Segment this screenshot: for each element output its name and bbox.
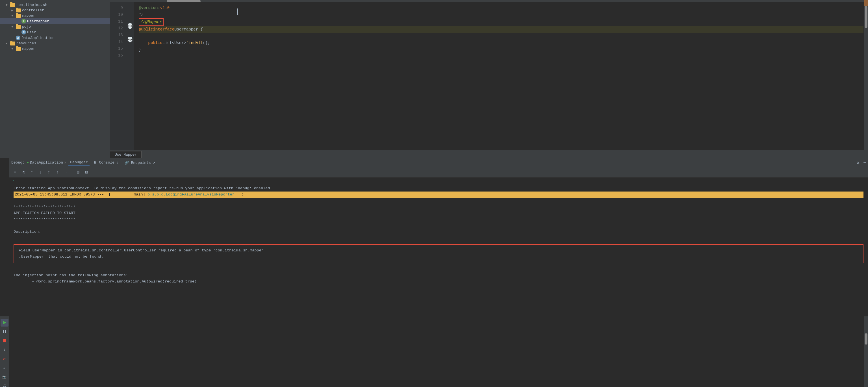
folder-icon bbox=[10, 3, 15, 7]
debug-stop-icon[interactable] bbox=[1, 337, 8, 345]
debug-main: Debug: ● DataApplication ✕ Debugger 🖥 Co… bbox=[9, 158, 868, 387]
console-line-stars2: *************************** bbox=[13, 216, 864, 223]
tree-item-user-mapper[interactable]: I UserMapper bbox=[0, 19, 110, 24]
java-file-icon: C bbox=[22, 30, 26, 34]
tree-label: mapper bbox=[22, 13, 35, 18]
code-line-10: */ bbox=[139, 11, 864, 18]
console-line-failed: APPLICATION FAILED TO START bbox=[13, 210, 864, 216]
tree-arrow: ▶ bbox=[11, 8, 16, 12]
error-message-text: Field userMapper in com.itheima.sh.contr… bbox=[19, 248, 858, 254]
java-file-icon: I bbox=[22, 19, 26, 24]
editor-scrollbar[interactable] bbox=[864, 0, 868, 158]
toolbar-btn-updown[interactable]: ↕ bbox=[45, 169, 53, 176]
console-line-blank2 bbox=[13, 223, 864, 229]
code-line-15: } bbox=[139, 46, 864, 53]
close-session-icon[interactable]: ✕ bbox=[64, 160, 66, 165]
debug-restart-icon[interactable]: ↺ bbox=[1, 355, 8, 363]
console-line-stars1: *************************** bbox=[13, 204, 864, 210]
toolbar-btn-up2[interactable]: ↑ bbox=[54, 169, 61, 176]
tree-arrow: ▼ bbox=[6, 3, 10, 7]
tree-label: mapper bbox=[22, 46, 35, 51]
toolbar-btn-down[interactable]: ↓ bbox=[37, 169, 44, 176]
tree-item-controller[interactable]: ▶ controller bbox=[0, 8, 110, 13]
code-lines: @version: v1.0 */ //@Mapper public bbox=[134, 2, 868, 150]
tree-item-user[interactable]: C User bbox=[0, 29, 110, 35]
console-line-injection: The injection point has the following an… bbox=[13, 272, 864, 279]
folder-icon bbox=[16, 47, 21, 51]
debug-session: ● DataApplication ✕ bbox=[27, 160, 66, 165]
debug-sidebar: ↓ ↺ ✏ 📷 🖨 ⊞ ⚙ 📌 bbox=[0, 316, 9, 387]
code-editor: 9 10 11 12 13 14 15 16 💀 bbox=[110, 0, 868, 158]
tree-item-com-itheima-sh[interactable]: ▼ com.itheima.sh bbox=[0, 2, 110, 8]
console-line-error: 2021-05-03 13:45:08.611 ERROR 39573 --- … bbox=[13, 192, 864, 198]
code-line-14: public List<User> findAll (); bbox=[139, 39, 864, 46]
folder-icon bbox=[16, 25, 21, 29]
debug-panel: ↓ ↺ ✏ 📷 🖨 ⊞ ⚙ 📌 Debug: ● DataApplication… bbox=[0, 158, 868, 387]
tree-item-mapper2[interactable]: ▼ mapper bbox=[0, 46, 110, 52]
tree-arrow: ▼ bbox=[11, 47, 16, 51]
folder-icon bbox=[16, 8, 21, 12]
error-message-box: Field userMapper in com.itheima.sh.contr… bbox=[13, 244, 864, 263]
tree-item-mapper[interactable]: ▼ mapper bbox=[0, 13, 110, 19]
code-line-16 bbox=[139, 53, 864, 60]
tab-debugger[interactable]: Debugger bbox=[68, 159, 89, 166]
tree-label: DataApplication bbox=[22, 36, 55, 40]
debug-run-icon[interactable] bbox=[1, 319, 8, 327]
tab-console[interactable]: 🖥 Console ↓ bbox=[92, 159, 121, 166]
console-line-autowired: - @org.springframework.beans.factory.ann… bbox=[13, 279, 864, 285]
cursor bbox=[237, 8, 238, 15]
debug-scrollbar[interactable] bbox=[864, 316, 868, 387]
horizontal-scrollbar[interactable] bbox=[110, 0, 868, 2]
debug-session-label: DataApplication bbox=[30, 160, 63, 165]
debug-pause-icon[interactable] bbox=[1, 328, 8, 335]
svg-rect-2 bbox=[5, 330, 6, 333]
toolbar-btn-up[interactable]: ↑ bbox=[28, 169, 36, 176]
debug-edit-icon[interactable]: ✏ bbox=[1, 364, 8, 372]
tree-item-pojo[interactable]: ▼ pojo bbox=[0, 24, 110, 29]
breakpoint-skull-12: 💀 bbox=[127, 23, 133, 29]
folder-icon bbox=[10, 41, 15, 45]
debug-print-icon[interactable]: 🖨 bbox=[1, 382, 8, 387]
toolbar-btn-menu[interactable]: ≡ bbox=[11, 169, 19, 176]
console-output[interactable]: Error starting ApplicationContext. To di… bbox=[9, 183, 868, 387]
toolbar-sep bbox=[72, 169, 72, 175]
debug-title-label: Debug: bbox=[11, 160, 25, 165]
toolbar-btn-grid[interactable]: ⊞ bbox=[74, 169, 82, 176]
svg-rect-1 bbox=[3, 330, 4, 333]
error-message-text2: .UserMapper' that could not be found. bbox=[19, 254, 858, 260]
toolbar-btn-collapse[interactable]: ⊟ bbox=[83, 169, 90, 176]
console-line-blank1 bbox=[13, 198, 864, 204]
debug-minimize[interactable]: — bbox=[864, 160, 866, 165]
debug-camera-icon[interactable]: 📷 bbox=[1, 373, 8, 381]
toolbar-btn-count[interactable]: ↑↓ bbox=[62, 169, 69, 176]
tree-item-data-application[interactable]: A DataApplication bbox=[0, 35, 110, 41]
tree-arrow bbox=[11, 36, 16, 39]
code-line-13 bbox=[139, 33, 864, 39]
debug-step-icon[interactable]: ↓ bbox=[1, 346, 8, 354]
svg-marker-0 bbox=[3, 321, 6, 324]
tree-label: UserMapper bbox=[27, 19, 49, 24]
line-numbers: 9 10 11 12 13 14 15 16 bbox=[110, 2, 126, 150]
code-line-11: //@Mapper bbox=[139, 18, 864, 26]
code-line-12: public interface UserMapper { bbox=[139, 26, 864, 33]
java-file-icon: A bbox=[16, 36, 20, 40]
svg-rect-3 bbox=[3, 339, 6, 342]
console-line-blank3 bbox=[13, 235, 864, 241]
console-line-blank4 bbox=[13, 266, 864, 272]
folder-icon bbox=[16, 14, 21, 18]
tab-endpoints[interactable]: 🔗 Endpoints ↗ bbox=[123, 159, 157, 166]
debug-settings-gear[interactable]: ⚙ bbox=[857, 160, 859, 165]
toolbar-btn-filter[interactable]: ⚗ bbox=[20, 169, 27, 176]
tree-arrow: ▼ bbox=[11, 25, 16, 29]
tree-arrow: ▼ bbox=[6, 42, 10, 45]
breakpoint-skull-14: 💀 bbox=[127, 36, 133, 43]
tree-arrow bbox=[17, 31, 22, 34]
code-line-9: @version: v1.0 bbox=[139, 4, 864, 11]
tree-label: pojo bbox=[22, 25, 31, 29]
tree-item-resources[interactable]: ▼ resources bbox=[0, 41, 110, 46]
debug-header: Debug: ● DataApplication ✕ Debugger 🖥 Co… bbox=[9, 158, 868, 167]
console-line-1: Error starting ApplicationContext. To di… bbox=[13, 185, 864, 192]
console-line-desc: Description: bbox=[13, 229, 864, 235]
code-tab-user-mapper[interactable]: UserMapper bbox=[110, 151, 142, 158]
tree-label: controller bbox=[22, 8, 44, 12]
